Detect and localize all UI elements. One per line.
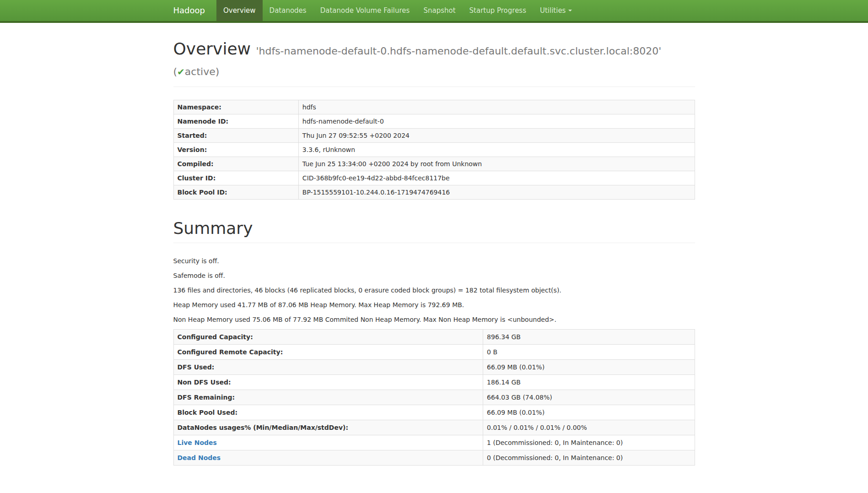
table-row: Namenode ID: hdfs-namenode-default-0 [173,114,695,129]
row-value: 0 B [483,345,695,360]
row-label: Version: [173,143,298,157]
row-value: 0.01% / 0.01% / 0.01% / 0.00% [483,420,695,435]
row-value: 896.34 GB [483,330,695,345]
row-label: Namespace: [173,100,298,114]
summary-title: Summary [173,218,695,238]
nav-item-startup-progress[interactable]: Startup Progress [463,0,533,21]
nav-item-datanode-volume-failures-label: Datanode Volume Failures [320,6,410,15]
row-value: 3.3.6, rUnknown [298,143,695,157]
table-row: Configured Capacity: 896.34 GB [173,330,695,345]
nav-item-startup-progress-label: Startup Progress [469,6,526,15]
row-label: Configured Remote Capacity: [173,345,483,360]
row-label: DFS Used: [173,360,483,375]
row-value: Thu Jun 27 09:52:55 +0200 2024 [298,129,695,143]
nav-item-utilities-dropdown[interactable]: Utilities [533,0,579,21]
table-row: DFS Used: 66.09 MB (0.01%) [173,360,695,375]
state-open-paren: ( [173,66,178,77]
state-label: active [185,66,216,77]
table-row: Started: Thu Jun 27 09:52:55 +0200 2024 [173,129,695,143]
row-label: Started: [173,129,298,143]
live-nodes-link[interactable]: Live Nodes [178,439,217,446]
row-label: Dead Nodes [173,450,483,466]
row-label: Block Pool Used: [173,405,483,420]
summary-stats-table: Configured Capacity: 896.34 GB Configure… [173,329,695,466]
table-row: Live Nodes 1 (Decommissioned: 0, In Main… [173,435,695,450]
row-label: Cluster ID: [173,171,298,185]
table-row: Configured Remote Capacity: 0 B [173,345,695,360]
nav-item-overview-label: Overview [223,6,256,15]
row-label: DFS Remaining: [173,390,483,405]
row-label: Compiled: [173,157,298,171]
row-label: Block Pool ID: [173,185,298,200]
active-check-icon: ✔ [177,66,185,77]
row-value: BP-1515559101-10.244.0.16-1719474769416 [298,185,695,200]
table-row: DFS Remaining: 664.03 GB (74.08%) [173,390,695,405]
nav-item-overview[interactable]: Overview [216,0,263,21]
nav-item-datanode-volume-failures[interactable]: Datanode Volume Failures [313,0,417,21]
page-title: Overview 'hdfs-namenode-default-0.hdfs-n… [173,38,695,82]
namenode-state: (✔active) [173,61,695,82]
row-value: CID-368b9fc0-ee19-4d22-abbd-84fcec8117be [298,171,695,185]
overview-page-header: Overview 'hdfs-namenode-default-0.hdfs-n… [173,38,695,87]
summary-text-block: Security is off. Safemode is off. 136 fi… [173,256,695,325]
row-value: Tue Jun 25 13:34:00 +0200 2024 by root f… [298,157,695,171]
row-value: hdfs [298,100,695,114]
summary-line-security: Security is off. [173,256,695,266]
caret-down-icon [568,10,572,11]
row-value: 664.03 GB (74.08%) [483,390,695,405]
row-value: 186.14 GB [483,375,695,390]
table-row: Compiled: Tue Jun 25 13:34:00 +0200 2024… [173,157,695,171]
row-value: hdfs-namenode-default-0 [298,114,695,129]
table-row: Block Pool ID: BP-1515559101-10.244.0.16… [173,185,695,200]
summary-page-header: Summary [173,218,695,243]
row-label: Configured Capacity: [173,330,483,345]
summary-line-filesystem-objects: 136 files and directories, 46 blocks (46… [173,285,695,295]
nav-item-snapshot[interactable]: Snapshot [416,0,462,21]
row-label: Namenode ID: [173,114,298,129]
nav-item-datanodes-label: Datanodes [270,6,307,15]
row-label: Live Nodes [173,435,483,450]
nav-item-snapshot-label: Snapshot [423,6,455,15]
page-title-text: Overview [173,39,251,58]
summary-line-non-heap-memory: Non Heap Memory used 75.06 MB of 77.92 M… [173,314,695,325]
namenode-address: 'hdfs-namenode-default-0.hdfs-namenode-d… [256,45,661,57]
navbar-menu: Overview Datanodes Datanode Volume Failu… [216,0,579,21]
top-navbar: Hadoop Overview Datanodes Datanode Volum… [0,0,868,23]
table-row: Version: 3.3.6, rUnknown [173,143,695,157]
row-value: 0 (Decommissioned: 0, In Maintenance: 0) [483,450,695,466]
table-row: Namespace: hdfs [173,100,695,114]
summary-line-safemode: Safemode is off. [173,271,695,281]
state-close-paren: ) [216,66,220,77]
row-label: DataNodes usages% (Min/Median/Max/stdDev… [173,420,483,435]
table-row: Non DFS Used: 186.14 GB [173,375,695,390]
table-row: Block Pool Used: 66.09 MB (0.01%) [173,405,695,420]
row-value: 66.09 MB (0.01%) [483,360,695,375]
nav-item-datanodes[interactable]: Datanodes [263,0,313,21]
nav-item-utilities-label: Utilities [540,6,566,15]
row-value: 66.09 MB (0.01%) [483,405,695,420]
row-value: 1 (Decommissioned: 0, In Maintenance: 0) [483,435,695,450]
dead-nodes-link[interactable]: Dead Nodes [178,454,221,461]
table-row: Dead Nodes 0 (Decommissioned: 0, In Main… [173,450,695,466]
hadoop-brand[interactable]: Hadoop [173,0,212,21]
summary-line-heap-memory: Heap Memory used 41.77 MB of 87.06 MB He… [173,300,695,310]
table-row: Cluster ID: CID-368b9fc0-ee19-4d22-abbd-… [173,171,695,185]
cluster-info-table: Namespace: hdfs Namenode ID: hdfs-nameno… [173,100,695,200]
table-row: DataNodes usages% (Min/Median/Max/stdDev… [173,420,695,435]
row-label: Non DFS Used: [173,375,483,390]
